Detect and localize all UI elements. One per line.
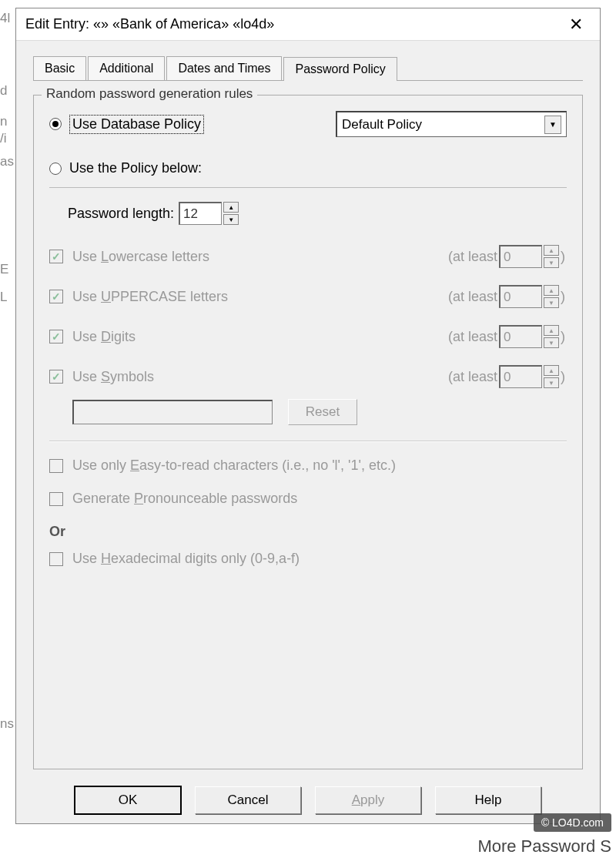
tab-bar: Basic Additional Dates and Times Passwor… xyxy=(33,55,583,81)
checkbox-uppercase[interactable] xyxy=(49,290,63,303)
checkbox-hexadecimal-label: Use Hexadecimal digits only (0-9,a-f) xyxy=(72,551,300,567)
ok-button[interactable]: OK xyxy=(75,786,181,814)
window-title: Edit Entry: «» «Bank of America» «lo4d» xyxy=(25,16,274,32)
policy-combo[interactable]: Default Policy ▼ xyxy=(336,111,567,137)
reset-button[interactable]: Reset xyxy=(288,399,357,425)
checkbox-uppercase-label: Use UPPERCASE letters xyxy=(72,289,228,305)
spinner-down-icon[interactable]: ▼ xyxy=(544,377,559,388)
tab-additional[interactable]: Additional xyxy=(88,56,165,80)
spinner-down-icon[interactable]: ▼ xyxy=(544,337,559,348)
chevron-down-icon[interactable]: ▼ xyxy=(544,116,561,134)
checkbox-easy-read[interactable] xyxy=(49,459,63,473)
tab-dates-times[interactable]: Dates and Times xyxy=(166,56,282,80)
separator xyxy=(49,441,567,442)
password-length-spinner[interactable]: ▲ ▼ xyxy=(179,202,239,225)
edit-entry-dialog: Edit Entry: «» «Bank of America» «lo4d» … xyxy=(15,8,601,824)
apply-button[interactable]: Apply xyxy=(315,786,421,814)
symbols-input[interactable] xyxy=(72,400,273,424)
policy-combo-value: Default Policy xyxy=(342,117,422,132)
tab-password-policy[interactable]: Password Policy xyxy=(283,57,397,81)
radio-use-policy-below[interactable] xyxy=(49,163,62,175)
uppercase-atleast-spinner[interactable]: ▲▼ xyxy=(499,285,559,308)
spinner-up-icon[interactable]: ▲ xyxy=(544,325,559,336)
group-legend: Random password generation rules xyxy=(42,86,257,102)
symbols-atleast-spinner[interactable]: ▲▼ xyxy=(499,365,559,388)
checkbox-digits-label: Use Digits xyxy=(72,329,136,345)
checkbox-pronounceable-label: Generate Pronounceable passwords xyxy=(72,491,297,507)
watermark: © LO4D.com xyxy=(534,813,611,832)
lowercase-atleast: (at least ▲▼ ) xyxy=(447,245,567,268)
cancel-button[interactable]: Cancel xyxy=(195,786,301,814)
spinner-down-icon[interactable]: ▼ xyxy=(544,297,559,308)
spinner-down-icon[interactable]: ▼ xyxy=(544,257,559,268)
dialog-buttons: OK Cancel Apply Help xyxy=(16,777,600,823)
spinner-down-icon[interactable]: ▼ xyxy=(223,214,239,225)
checkbox-hexadecimal[interactable] xyxy=(49,552,63,566)
digits-atleast: (at least ▲▼ ) xyxy=(447,325,567,348)
checkbox-symbols[interactable] xyxy=(49,370,63,384)
radio-use-database-policy[interactable] xyxy=(49,118,62,130)
password-length-input[interactable] xyxy=(179,202,222,225)
spinner-up-icon[interactable]: ▲ xyxy=(223,202,239,213)
checkbox-lowercase-label: Use Lowercase letters xyxy=(72,249,209,265)
titlebar: Edit Entry: «» «Bank of America» «lo4d» … xyxy=(16,8,600,41)
password-length-label: Password length: xyxy=(68,206,174,222)
checkbox-easy-read-label: Use only Easy-to-read characters (i.e., … xyxy=(72,457,396,474)
or-label: Or xyxy=(49,524,567,540)
symbols-atleast: (at least ▲▼ ) xyxy=(447,365,567,388)
checkbox-digits[interactable] xyxy=(49,330,63,344)
spinner-up-icon[interactable]: ▲ xyxy=(544,285,559,296)
checkbox-pronounceable[interactable] xyxy=(49,492,63,506)
digits-atleast-spinner[interactable]: ▲▼ xyxy=(499,325,559,348)
lowercase-atleast-spinner[interactable]: ▲▼ xyxy=(499,245,559,268)
radio-use-policy-below-label[interactable]: Use the Policy below: xyxy=(69,160,202,176)
password-rules-group: Random password generation rules Use Dat… xyxy=(33,95,583,769)
radio-use-database-policy-label[interactable]: Use Database Policy xyxy=(69,115,204,134)
close-icon[interactable]: ✕ xyxy=(561,12,591,38)
spinner-up-icon[interactable]: ▲ xyxy=(544,245,559,256)
tab-basic[interactable]: Basic xyxy=(33,56,86,80)
help-button[interactable]: Help xyxy=(435,786,541,814)
cutoff-text: More Password S xyxy=(477,836,611,856)
separator xyxy=(49,187,567,188)
checkbox-lowercase[interactable] xyxy=(49,250,63,263)
checkbox-symbols-label: Use Symbols xyxy=(72,369,154,385)
uppercase-atleast: (at least ▲▼ ) xyxy=(447,285,567,308)
spinner-up-icon[interactable]: ▲ xyxy=(544,365,559,376)
